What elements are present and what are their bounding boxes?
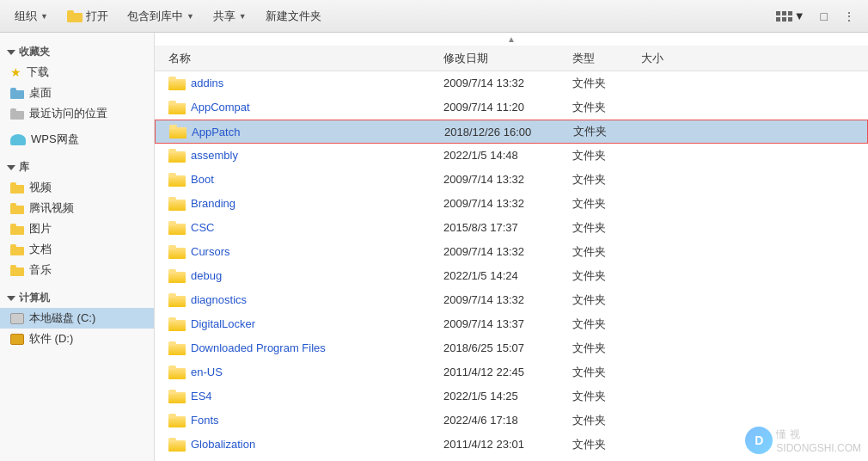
sidebar-icon-document xyxy=(10,244,24,255)
scroll-up-arrow[interactable]: ▲ xyxy=(155,33,868,46)
file-date: 2009/7/14 13:32 xyxy=(443,245,572,258)
file-type: 文件夹 xyxy=(572,220,641,236)
share-arrow: ▼ xyxy=(239,12,247,21)
table-row[interactable]: addins2009/7/14 13:32文件夹 xyxy=(155,71,868,95)
more-button[interactable]: ⋮ xyxy=(837,6,861,27)
file-type: 文件夹 xyxy=(572,100,641,115)
file-type: 文件夹 xyxy=(572,268,641,284)
table-row[interactable]: DigitalLocker2009/7/14 13:37文件夹 xyxy=(155,312,868,336)
file-date: 2015/8/3 17:37 xyxy=(443,221,572,234)
table-row[interactable]: Boot2009/7/14 13:32文件夹 xyxy=(155,168,868,192)
folder-icon xyxy=(169,125,186,138)
table-row[interactable]: CSC2015/8/3 17:37文件夹 xyxy=(155,216,868,240)
file-type: 文件夹 xyxy=(572,196,641,212)
table-row[interactable]: AppPatch2018/12/26 16:00文件夹 xyxy=(155,120,868,144)
include-library-button[interactable]: 包含到库中 ▼ xyxy=(119,5,202,28)
folder-icon-open xyxy=(67,10,83,22)
file-area: ▲ 名称 修改日期 类型 大小 addins2009/7/14 13:32文件夹… xyxy=(155,33,868,461)
computer-section: 计算机 本地磁盘 (C:) 软件 (D:) xyxy=(0,286,154,349)
local-disk-icon xyxy=(10,313,24,324)
file-name: Globalization xyxy=(191,438,255,451)
favorites-section: 收藏夹 ★ 下载 桌面 最近访问的位置 xyxy=(0,40,154,124)
maximize-button[interactable]: □ xyxy=(815,6,834,27)
table-row[interactable]: AppCompat2009/7/14 11:20文件夹 xyxy=(155,95,868,120)
sidebar-item-tencent-video[interactable]: 腾讯视频 xyxy=(0,198,154,218)
sidebar-item-local-disk[interactable]: 本地磁盘 (C:) xyxy=(0,308,154,329)
sidebar-item-document[interactable]: 文档 xyxy=(0,239,154,260)
library-section: 库 视频 腾讯视频 图片 文档 音乐 xyxy=(0,155,154,280)
table-row[interactable]: Cursors2009/7/14 13:32文件夹 xyxy=(155,240,868,264)
table-row[interactable]: en-US2011/4/12 22:45文件夹 xyxy=(155,360,868,384)
computer-label: 计算机 xyxy=(19,291,50,305)
sidebar-item-label-local-disk: 本地磁盘 (C:) xyxy=(29,310,95,326)
table-row[interactable]: assembly2022/1/5 14:48文件夹 xyxy=(155,144,868,168)
include-library-arrow: ▼ xyxy=(186,12,194,21)
sidebar-item-wps[interactable]: WPS网盘 xyxy=(0,129,154,150)
view-options-button[interactable]: ▼ xyxy=(770,6,811,26)
sidebar-item-label-image: 图片 xyxy=(29,221,52,237)
sidebar-item-music[interactable]: 音乐 xyxy=(0,260,154,280)
sidebar-item-label-music: 音乐 xyxy=(29,262,52,278)
file-name: AppPatch xyxy=(192,126,240,138)
file-type: 文件夹 xyxy=(572,244,641,260)
file-date: 2009/7/14 13:32 xyxy=(443,173,572,186)
sidebar-item-label-document: 文档 xyxy=(29,242,52,257)
sidebar-item-video[interactable]: 视频 xyxy=(0,177,154,198)
sidebar-item-download[interactable]: ★ 下载 xyxy=(0,62,154,83)
sidebar-icon-video xyxy=(10,182,24,194)
file-name: diagnostics xyxy=(191,293,247,306)
library-triangle xyxy=(7,165,15,170)
col-header-size[interactable]: 大小 xyxy=(641,51,710,66)
view-arrow: ▼ xyxy=(794,9,805,22)
file-date: 2009/7/14 13:37 xyxy=(443,317,572,330)
computer-header: 计算机 xyxy=(0,286,154,308)
share-button[interactable]: 共享 ▼ xyxy=(205,5,254,28)
file-date: 2022/4/6 17:18 xyxy=(443,414,572,427)
table-row[interactable]: diagnostics2009/7/14 13:32文件夹 xyxy=(155,288,868,312)
table-row[interactable]: debug2022/1/5 14:24文件夹 xyxy=(155,264,868,288)
organize-arrow: ▼ xyxy=(40,12,48,21)
file-date: 2009/7/14 11:20 xyxy=(443,101,572,114)
main-area: 收藏夹 ★ 下载 桌面 最近访问的位置 WPS网盘 xyxy=(0,33,868,461)
sidebar: 收藏夹 ★ 下载 桌面 最近访问的位置 WPS网盘 xyxy=(0,33,155,461)
new-folder-button[interactable]: 新建文件夹 xyxy=(258,5,329,28)
folder-icon xyxy=(168,293,186,307)
watermark: D 懂 视SIDONGSHI.COM xyxy=(745,427,861,454)
favorites-label: 收藏夹 xyxy=(19,45,50,59)
view-grid-icon xyxy=(776,11,792,22)
file-date: 2022/1/5 14:25 xyxy=(443,390,572,403)
sidebar-item-image[interactable]: 图片 xyxy=(0,218,154,239)
organize-button[interactable]: 组织 ▼ xyxy=(7,5,56,28)
cloud-icon xyxy=(10,134,26,145)
sidebar-icon-recent xyxy=(10,108,24,120)
table-row[interactable]: Downloaded Program Files2018/6/25 15:07文… xyxy=(155,336,868,360)
file-type: 文件夹 xyxy=(572,317,641,332)
file-date: 2022/1/5 14:48 xyxy=(443,149,572,162)
new-folder-label: 新建文件夹 xyxy=(266,9,321,24)
col-header-date[interactable]: 修改日期 xyxy=(443,51,572,66)
file-name: Boot xyxy=(191,173,214,186)
col-header-type[interactable]: 类型 xyxy=(572,51,641,66)
folder-icon xyxy=(168,366,186,379)
folder-icon xyxy=(168,414,186,427)
file-name: AppCompat xyxy=(191,101,250,114)
table-row[interactable]: ES42022/1/5 14:25文件夹 xyxy=(155,384,868,409)
folder-icon xyxy=(168,149,186,163)
folder-icon xyxy=(168,101,186,114)
file-name: Branding xyxy=(191,197,235,210)
sidebar-item-disk-d[interactable]: 软件 (D:) xyxy=(0,329,154,349)
sidebar-item-desktop[interactable]: 桌面 xyxy=(0,83,154,103)
file-name: ES4 xyxy=(191,390,212,403)
folder-icon xyxy=(168,245,186,259)
computer-triangle xyxy=(7,296,15,301)
table-row[interactable]: help2022/1/5 14:26文件夹 xyxy=(155,457,868,461)
sidebar-item-recent[interactable]: 最近访问的位置 xyxy=(0,103,154,124)
favorites-header: 收藏夹 xyxy=(0,40,154,62)
file-type: 文件夹 xyxy=(572,292,641,308)
folder-icon xyxy=(168,221,186,235)
file-date: 2011/4/12 22:45 xyxy=(443,366,572,378)
folder-icon xyxy=(168,269,186,283)
table-row[interactable]: Branding2009/7/14 13:32文件夹 xyxy=(155,192,868,216)
sidebar-item-label-wps: WPS网盘 xyxy=(31,132,79,147)
col-header-name[interactable]: 名称 xyxy=(168,51,443,66)
